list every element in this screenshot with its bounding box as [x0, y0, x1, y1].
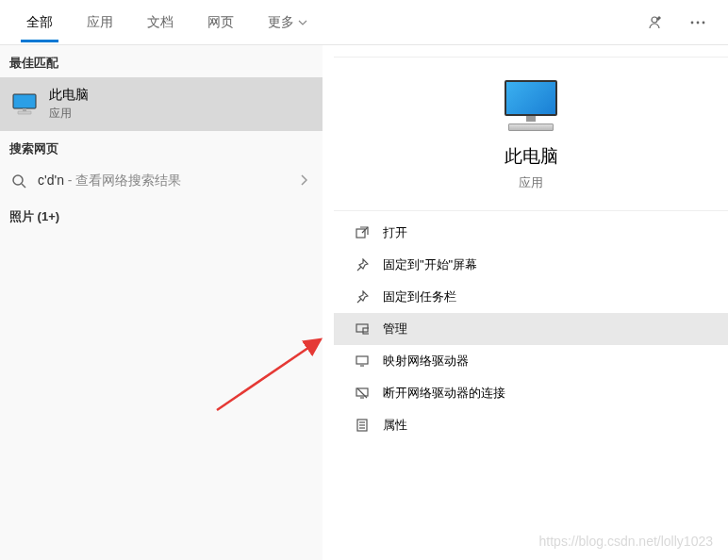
pin-icon — [355, 257, 370, 272]
best-match-header: 最佳匹配 — [0, 45, 323, 77]
action-properties[interactable]: 属性 — [334, 409, 728, 441]
result-subtitle: 应用 — [49, 106, 311, 122]
svg-point-0 — [652, 17, 657, 23]
details-subtitle: 应用 — [519, 174, 543, 191]
computer-large-icon — [505, 80, 557, 131]
result-title: 此电脑 — [49, 87, 311, 104]
search-icon — [11, 173, 26, 189]
more-options-icon[interactable] — [679, 21, 717, 25]
action-map-drive[interactable]: 映射网络驱动器 — [334, 345, 728, 377]
svg-point-3 — [703, 21, 705, 24]
action-label: 固定到任务栏 — [383, 288, 456, 305]
divider — [334, 210, 728, 211]
pin-icon — [355, 289, 370, 305]
details-hero: 此电脑 应用 — [334, 58, 728, 210]
action-manage[interactable]: 管理 — [334, 313, 728, 345]
computer-icon — [11, 93, 38, 116]
photos-header: 照片 (1+) — [0, 199, 323, 231]
action-label: 管理 — [383, 321, 407, 338]
open-icon — [355, 225, 370, 240]
search-web-header: 搜索网页 — [0, 131, 323, 163]
action-disconnect-drive[interactable]: 断开网络驱动器的连接 — [334, 377, 728, 409]
svg-point-1 — [691, 21, 694, 24]
tab-apps[interactable]: 应用 — [72, 3, 128, 41]
action-pin-start[interactable]: 固定到"开始"屏幕 — [334, 249, 728, 281]
chevron-down-icon — [298, 18, 307, 27]
svg-line-8 — [22, 184, 25, 188]
svg-point-7 — [13, 175, 23, 185]
feedback-icon[interactable] — [637, 14, 675, 31]
tab-more-label: 更多 — [268, 14, 294, 31]
best-match-this-pc[interactable]: 此电脑 应用 — [0, 77, 323, 131]
action-label: 固定到"开始"屏幕 — [383, 256, 477, 273]
action-open[interactable]: 打开 — [334, 217, 728, 249]
details-panel: 此电脑 应用 打开 固定到"开始"屏幕 固定到任务栏 管理 映射网络驱动器 断开… — [334, 57, 728, 560]
tab-web[interactable]: 网页 — [192, 3, 249, 41]
svg-rect-6 — [18, 111, 31, 114]
details-title: 此电脑 — [505, 144, 558, 169]
drive-icon — [355, 354, 370, 369]
web-search-result[interactable]: c'd'n - 查看网络搜索结果 — [0, 163, 323, 199]
action-label: 打开 — [383, 224, 407, 241]
tab-more[interactable]: 更多 — [253, 3, 323, 41]
chevron-right-icon — [300, 173, 307, 189]
search-tabs-header: 全部 应用 文档 网页 更多 — [0, 0, 728, 45]
manage-icon — [355, 321, 370, 337]
watermark: https://blog.csdn.net/lolly1023 — [539, 534, 713, 549]
disconnect-icon — [355, 386, 370, 401]
svg-rect-4 — [13, 94, 36, 108]
svg-point-2 — [697, 21, 700, 24]
action-label: 属性 — [383, 417, 407, 434]
results-panel: 最佳匹配 此电脑 应用 搜索网页 c'd'n - 查看网络搜索结果 照片 (1+… — [0, 45, 323, 560]
action-label: 映射网络驱动器 — [383, 353, 469, 370]
tab-all[interactable]: 全部 — [11, 3, 68, 41]
properties-icon — [355, 418, 370, 433]
tab-docs[interactable]: 文档 — [132, 3, 189, 41]
web-search-text: c'd'n - 查看网络搜索结果 — [38, 173, 289, 189]
action-pin-taskbar[interactable]: 固定到任务栏 — [334, 281, 728, 313]
svg-rect-9 — [356, 229, 365, 238]
svg-rect-5 — [23, 108, 26, 111]
action-label: 断开网络驱动器的连接 — [383, 385, 505, 402]
svg-rect-12 — [356, 356, 368, 364]
